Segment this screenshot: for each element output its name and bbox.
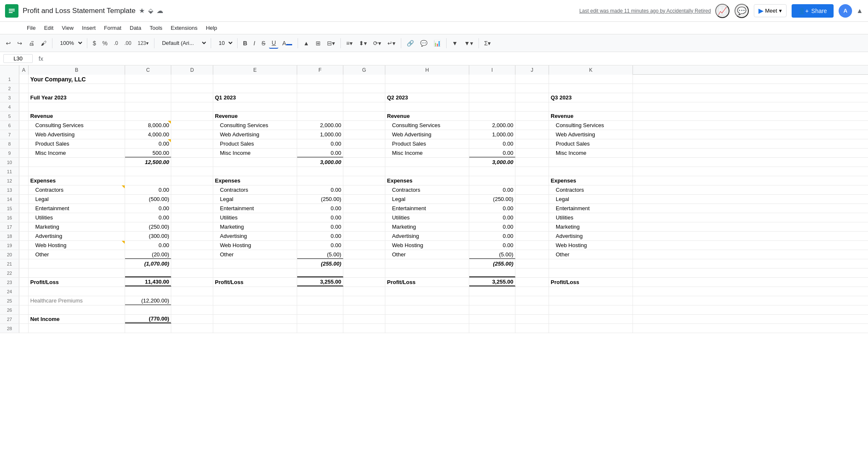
cell-f14[interactable]: (250.00) [297,195,343,203]
cell-e14[interactable]: Legal [213,195,297,203]
col-header-e[interactable]: E [213,65,297,75]
fill-color-button[interactable]: ▲ [301,38,312,48]
cell-g10[interactable] [343,158,385,167]
cell-f28[interactable] [297,324,343,333]
cell-j23[interactable] [515,278,549,287]
cell-g24[interactable] [343,287,385,296]
cell-d22[interactable] [171,269,213,277]
cell-e17[interactable]: Marketing [213,222,297,231]
collapse-button[interactable]: ▲ [856,7,863,15]
cell-g25[interactable] [343,296,385,305]
cell-b16[interactable]: Utilities [29,213,125,222]
cell-b22[interactable] [29,269,125,277]
cell-b1[interactable]: Your Company, LLC [29,75,125,83]
paint-format-button[interactable]: 🖌 [38,38,49,48]
cell-k12[interactable]: Expenses [549,176,633,185]
cell-b27[interactable]: Net Income [29,315,125,323]
cell-a14[interactable] [19,195,29,203]
cell-g6[interactable] [343,121,385,130]
cell-i15[interactable]: 0.00 [469,204,515,213]
cell-c4[interactable] [125,102,171,111]
cell-i4[interactable] [469,102,515,111]
cell-g19[interactable] [343,241,385,250]
cell-b21[interactable] [29,259,125,268]
cell-c24[interactable] [125,287,171,296]
cell-e20[interactable]: Other [213,250,297,259]
cell-b25[interactable]: Healthcare Premiums [29,296,125,305]
cell-a1[interactable] [19,75,29,83]
cell-i3[interactable] [469,93,515,102]
cell-d27[interactable] [171,315,213,323]
menu-extensions[interactable]: Extensions [167,23,201,32]
cell-b20[interactable]: Other [29,250,125,259]
cell-g9[interactable] [343,149,385,157]
cell-g17[interactable] [343,222,385,231]
cell-e22[interactable] [213,269,297,277]
cell-c22[interactable] [125,269,171,277]
cell-h14[interactable]: Legal [385,195,469,203]
cell-a23[interactable] [19,278,29,287]
cell-f4[interactable] [297,102,343,111]
cell-a22[interactable] [19,269,29,277]
cell-d23[interactable] [171,278,213,287]
cell-f7[interactable]: 1,000.00 [297,130,343,139]
cell-d3[interactable] [171,93,213,102]
cell-j15[interactable] [515,204,549,213]
decimal-increase-button[interactable]: .00 [122,39,134,48]
cell-f15[interactable]: 0.00 [297,204,343,213]
cell-i14[interactable]: (250.00) [469,195,515,203]
cell-h12[interactable]: Expenses [385,176,469,185]
cell-b26[interactable] [29,305,125,314]
cell-d8[interactable] [171,139,213,148]
cell-h4[interactable] [385,102,469,111]
cell-e12[interactable]: Expenses [213,176,297,185]
cell-h20[interactable]: Other [385,250,469,259]
insert-chart-button[interactable]: 📊 [431,38,443,48]
cell-d26[interactable] [171,305,213,314]
cell-a20[interactable] [19,250,29,259]
cell-j26[interactable] [515,305,549,314]
col-header-g[interactable]: G [343,65,385,75]
comment-button[interactable]: 💬 [735,4,749,18]
col-header-f[interactable]: F [297,65,343,75]
cell-g2[interactable] [343,84,385,93]
text-wrap-button[interactable]: ↵▾ [385,38,398,48]
cell-h22[interactable] [385,269,469,277]
cell-b23[interactable]: Profit/Loss [29,278,125,287]
folder-icon[interactable]: ⬙ [148,7,153,15]
cell-k5[interactable]: Revenue [549,112,633,120]
cell-j14[interactable] [515,195,549,203]
cell-b13[interactable]: Contractors [29,185,125,194]
cell-j9[interactable] [515,149,549,157]
cell-i27[interactable] [469,315,515,323]
cell-g13[interactable] [343,185,385,194]
menu-view[interactable]: View [58,23,77,32]
user-avatar[interactable]: A [839,4,852,18]
cell-a8[interactable] [19,139,29,148]
cell-i8[interactable]: 0.00 [469,139,515,148]
cell-k20[interactable]: Other [549,250,633,259]
cell-h10[interactable] [385,158,469,167]
cell-c19[interactable]: 0.00 [125,241,171,250]
cell-i17[interactable]: 0.00 [469,222,515,231]
cell-d10[interactable] [171,158,213,167]
cell-j7[interactable] [515,130,549,139]
cell-c6[interactable]: 8,000.00 [125,121,171,130]
cell-e3[interactable]: Q1 2023 [213,93,297,102]
cell-j28[interactable] [515,324,549,333]
cell-c5[interactable] [125,112,171,120]
cell-f3[interactable] [297,93,343,102]
cell-d12[interactable] [171,176,213,185]
cell-f23[interactable]: 3,255.00 [297,278,343,287]
menu-edit[interactable]: Edit [41,23,57,32]
cell-f20[interactable]: (5.00) [297,250,343,259]
cell-k25[interactable] [549,296,633,305]
cell-e24[interactable] [213,287,297,296]
redo-button[interactable]: ↪ [15,38,25,48]
cell-k16[interactable]: Utilities [549,213,633,222]
cell-i2[interactable] [469,84,515,93]
cell-c20[interactable]: (20.00) [125,250,171,259]
cell-h18[interactable]: Advertising [385,232,469,240]
cell-k7[interactable]: Web Advertising [549,130,633,139]
cell-a25[interactable] [19,296,29,305]
